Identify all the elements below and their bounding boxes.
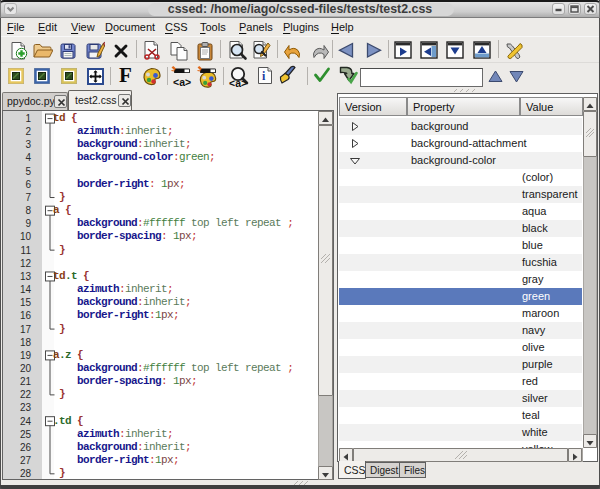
svg-text:<a>: <a> xyxy=(229,77,247,89)
svg-text:<a>: <a> xyxy=(173,76,191,88)
